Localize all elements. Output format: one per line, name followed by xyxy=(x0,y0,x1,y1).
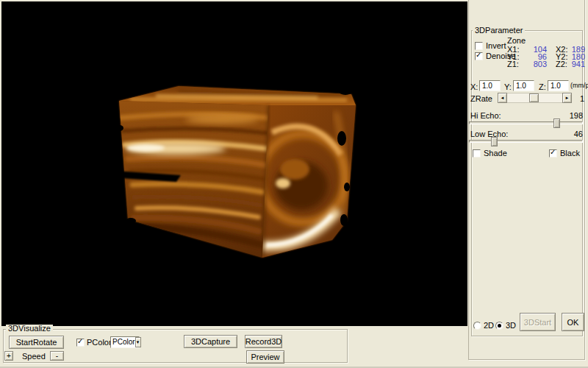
parameter-groupbox-title: 3DParameter xyxy=(473,26,525,35)
speed-minus-button[interactable]: - xyxy=(50,351,64,361)
speed-label: Speed xyxy=(22,352,46,361)
3d-viewport[interactable] xyxy=(1,1,467,326)
scale-x-input[interactable]: 1.0 xyxy=(479,80,501,91)
parameter-groupbox xyxy=(471,30,583,336)
mode-2d-label: 2D xyxy=(484,321,494,330)
zrate-scrollbar[interactable]: ◄ ► xyxy=(498,93,572,103)
pcolor-label: PColor xyxy=(87,338,112,347)
scale-z-label: Z: xyxy=(539,82,546,91)
hi-echo-value: 198 xyxy=(559,111,583,120)
hi-echo-slider[interactable] xyxy=(469,121,583,124)
scroll-right-icon[interactable]: ► xyxy=(562,93,572,103)
visualize-groupbox-title: 3DVisualize xyxy=(6,325,53,333)
low-echo-label: Low Echo: xyxy=(470,130,508,138)
zone-z2-value: 941 xyxy=(566,60,585,68)
mode-3d-radio[interactable] xyxy=(495,322,503,330)
black-label: Black xyxy=(560,149,580,158)
zrate-track[interactable] xyxy=(507,93,562,103)
volume-render xyxy=(1,1,467,326)
zone-title: Zone xyxy=(507,36,526,45)
scale-y-label: Y: xyxy=(504,82,512,91)
zrate-thumb[interactable] xyxy=(529,93,539,102)
zone-z1-label: Z1: xyxy=(507,60,519,68)
scale-x-label: X: xyxy=(470,82,478,91)
zrate-label: ZRate xyxy=(470,94,492,103)
ok-button[interactable]: OK xyxy=(562,313,584,331)
low-echo-thumb[interactable] xyxy=(491,137,498,146)
app-window: 3DParameter Invert ✓ Denoise Zone X1: 10… xyxy=(0,0,588,368)
pcolor-select-value: PColor xyxy=(111,337,135,347)
mode-3d-label: 3D xyxy=(506,321,516,330)
scale-unit-label: (mm/p) xyxy=(570,82,588,89)
scroll-left-icon[interactable]: ◄ xyxy=(498,93,507,103)
checkmark-icon: ✓ xyxy=(77,337,83,345)
shade-checkbox[interactable] xyxy=(473,149,481,158)
pcolor-select[interactable]: PColor ▼ xyxy=(110,336,140,348)
pcolor-checkbox[interactable]: ✓ xyxy=(76,339,85,347)
checkmark-icon: ✓ xyxy=(550,148,556,156)
dropdown-arrow-icon[interactable]: ▼ xyxy=(135,337,141,347)
speed-plus-button[interactable]: + xyxy=(4,351,13,361)
3dcapture-button[interactable]: 3DCapture xyxy=(184,335,237,348)
hi-echo-label: Hi Echo: xyxy=(470,111,501,120)
invert-label: Invert xyxy=(486,41,506,50)
preview-button[interactable]: Preview xyxy=(246,350,284,364)
mode-2d-radio[interactable] xyxy=(473,322,481,330)
scale-y-input[interactable]: 1.0 xyxy=(513,80,534,91)
low-echo-slider[interactable] xyxy=(469,140,583,143)
hi-echo-thumb[interactable] xyxy=(553,118,560,128)
invert-checkbox[interactable] xyxy=(475,42,483,50)
scale-z-input[interactable]: 1.0 xyxy=(548,80,569,91)
radio-dot-icon xyxy=(498,324,501,328)
start-rotate-button[interactable]: StartRotate xyxy=(9,336,64,349)
3dstart-button[interactable]: 3DStart xyxy=(520,313,556,331)
zrate-value: 1 xyxy=(580,94,584,103)
low-echo-value: 46 xyxy=(559,130,583,138)
zone-z1-value: 803 xyxy=(519,60,547,68)
shade-label: Shade xyxy=(484,149,507,158)
black-checkbox[interactable]: ✓ xyxy=(549,149,557,158)
denoise-checkbox[interactable]: ✓ xyxy=(475,52,483,60)
record3d-button[interactable]: Record3D xyxy=(245,335,282,348)
checkmark-icon: ✓ xyxy=(476,51,481,59)
